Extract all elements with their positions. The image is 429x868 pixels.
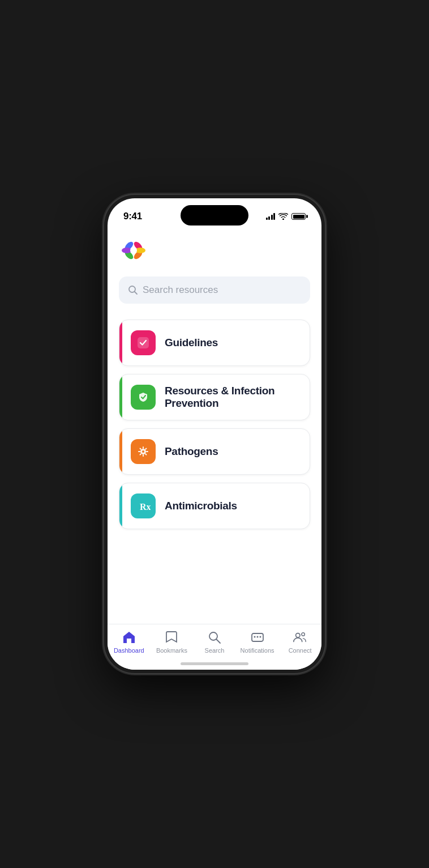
main-content: Search resources Guidelines	[108, 227, 321, 624]
connect-tab-icon	[293, 630, 307, 645]
wifi-icon	[278, 213, 288, 220]
notifications-tab-icon	[250, 630, 265, 645]
category-antimicrobials[interactable]: Rx Antimicrobials	[119, 483, 310, 529]
svg-line-19	[140, 449, 141, 449]
signal-icon	[266, 213, 276, 220]
category-guidelines[interactable]: Guidelines	[119, 320, 310, 366]
category-pathogens[interactable]: Pathogens	[119, 428, 310, 475]
bookmarks-tab-icon	[164, 630, 179, 645]
connect-tab-label: Connect	[289, 647, 312, 654]
search-tab-label: Search	[205, 647, 225, 654]
antimicrobials-icon-wrap: Rx	[131, 493, 156, 518]
tab-connect[interactable]: Connect	[283, 630, 317, 654]
antimicrobials-accent	[119, 483, 122, 529]
guidelines-label: Guidelines	[165, 337, 218, 349]
svg-line-22	[140, 454, 141, 454]
status-icons	[266, 213, 306, 220]
guidelines-accent	[119, 320, 122, 365]
checkmark-shield-icon	[136, 335, 151, 350]
app-logo	[119, 236, 148, 265]
svg-line-26	[216, 640, 220, 644]
logo-area	[119, 227, 310, 276]
pathogens-icon-wrap	[131, 439, 156, 464]
antimicrobials-label: Antimicrobials	[165, 500, 237, 512]
svg-point-6	[130, 247, 137, 254]
dashboard-tab-icon	[122, 630, 136, 645]
svg-point-28	[254, 636, 255, 638]
battery-icon	[291, 213, 306, 220]
svg-point-30	[259, 636, 261, 638]
categories-list: Guidelines Resources & Infection Prevent…	[119, 320, 310, 529]
search-placeholder: Search resources	[143, 284, 218, 296]
pathogens-label: Pathogens	[165, 445, 218, 458]
resources-accent	[119, 375, 122, 420]
search-bar[interactable]: Search resources	[119, 276, 310, 304]
home-indicator	[181, 662, 248, 665]
tab-bookmarks[interactable]: Bookmarks	[155, 630, 188, 654]
dashboard-tab-label: Dashboard	[114, 647, 144, 654]
guidelines-icon-wrap	[131, 330, 156, 355]
tab-notifications[interactable]: Notifications	[241, 630, 274, 654]
svg-point-29	[256, 636, 258, 638]
tab-dashboard[interactable]: Dashboard	[112, 630, 146, 654]
svg-line-20	[145, 454, 146, 454]
search-tab-icon	[207, 630, 222, 645]
svg-text:Rx: Rx	[140, 502, 151, 512]
resources-label: Resources & Infection Prevention	[165, 385, 298, 410]
svg-line-21	[145, 449, 146, 449]
resources-icon-wrap	[131, 385, 156, 410]
svg-line-8	[135, 292, 138, 295]
rx-icon: Rx	[136, 499, 151, 513]
svg-rect-10	[138, 337, 149, 348]
search-icon	[128, 285, 138, 295]
shield-plus-icon	[136, 390, 151, 405]
tab-search[interactable]: Search	[198, 630, 231, 654]
pathogens-accent	[119, 429, 122, 474]
svg-point-31	[296, 633, 300, 637]
status-time: 9:41	[123, 211, 142, 222]
bookmarks-tab-label: Bookmarks	[156, 647, 187, 654]
virus-icon	[136, 444, 151, 459]
category-resources[interactable]: Resources & Infection Prevention	[119, 374, 310, 420]
svg-point-14	[142, 450, 144, 453]
svg-point-32	[302, 633, 305, 636]
dynamic-island	[181, 205, 248, 225]
notifications-tab-label: Notifications	[241, 647, 274, 654]
